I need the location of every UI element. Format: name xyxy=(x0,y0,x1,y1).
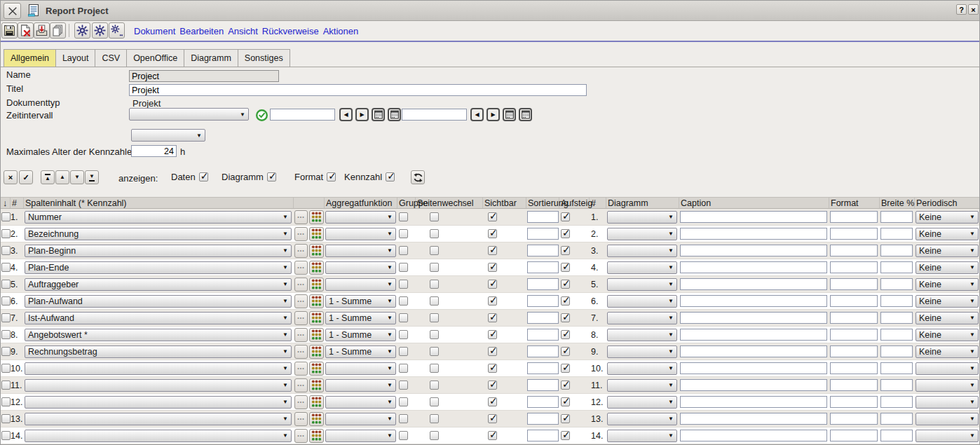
breite-input[interactable] xyxy=(880,211,913,223)
breite-input[interactable] xyxy=(880,295,913,307)
move-bottom-button[interactable]: ▼ xyxy=(85,170,99,184)
gruppe-checkbox[interactable] xyxy=(399,296,408,306)
kennzahl-edit-button[interactable]: ••• xyxy=(294,362,308,376)
seitenwechsel-checkbox[interactable] xyxy=(430,246,439,255)
bis-next-button[interactable]: ▶ xyxy=(486,108,500,121)
breite-input[interactable] xyxy=(880,245,913,256)
format-input[interactable] xyxy=(830,413,878,425)
color-grid-button[interactable] xyxy=(309,395,324,409)
seitenwechsel-checkbox[interactable] xyxy=(430,330,439,339)
format-input[interactable] xyxy=(830,362,878,374)
menu-item[interactable]: Rückverweise xyxy=(262,26,319,36)
tab[interactable]: Layout xyxy=(55,49,96,67)
spalteninhalt-select[interactable]: ▼ xyxy=(25,430,292,442)
kennzahl-edit-button[interactable]: ••• xyxy=(294,210,308,224)
panel-close-button[interactable] xyxy=(4,3,21,19)
aggregatfunktion-select[interactable]: ▼ xyxy=(325,379,396,392)
aufsteig-checkbox[interactable] xyxy=(561,381,570,390)
diagramm-select[interactable]: ▼ xyxy=(607,295,677,308)
spalteninhalt-select[interactable]: Nummer ▼ xyxy=(25,211,292,224)
breite-input[interactable] xyxy=(880,329,913,341)
gruppe-checkbox[interactable] xyxy=(399,263,408,272)
deselect-all-button[interactable]: × xyxy=(4,170,18,184)
format-input[interactable] xyxy=(830,345,878,357)
aufsteig-checkbox[interactable] xyxy=(561,212,570,221)
caption-input[interactable] xyxy=(680,228,827,240)
spalteninhalt-select[interactable]: Rechnungsbetrag ▼ xyxy=(25,345,292,358)
seitenwechsel-checkbox[interactable] xyxy=(430,347,439,356)
periodisch-select[interactable]: Keine ▼ xyxy=(916,228,979,240)
row-select-checkbox[interactable] xyxy=(1,229,11,238)
aufsteig-checkbox[interactable] xyxy=(561,229,570,238)
diagramm-select[interactable]: ▼ xyxy=(607,396,677,409)
zeitintervall-select[interactable]: ▼ xyxy=(129,108,249,121)
gruppe-checkbox[interactable] xyxy=(399,246,408,255)
color-grid-button[interactable] xyxy=(309,227,324,241)
sichtbar-checkbox[interactable] xyxy=(488,246,497,255)
caption-input[interactable] xyxy=(680,211,827,223)
periodisch-select[interactable]: Keine ▼ xyxy=(916,295,979,308)
bis-prev-button[interactable]: ◀ xyxy=(470,108,484,121)
spalteninhalt-select[interactable]: Auftraggeber ▼ xyxy=(25,278,292,291)
format-input[interactable] xyxy=(830,329,878,341)
bis-date-input[interactable] xyxy=(402,109,467,121)
aggregatfunktion-select[interactable]: ▼ xyxy=(325,396,396,409)
kennzahl-edit-button[interactable]: ••• xyxy=(294,311,308,325)
tab[interactable]: OpenOffice xyxy=(126,49,184,67)
breite-input[interactable] xyxy=(880,345,913,357)
color-grid-button[interactable] xyxy=(309,278,324,292)
spalteninhalt-select[interactable]: ▼ xyxy=(25,379,292,392)
kennzahl-edit-button[interactable]: ••• xyxy=(294,328,308,342)
kennzahl-edit-button[interactable]: ••• xyxy=(294,395,308,409)
sichtbar-checkbox[interactable] xyxy=(488,280,497,289)
copy-button[interactable] xyxy=(50,22,66,39)
kennzahl-edit-button[interactable]: ••• xyxy=(294,378,308,392)
spalteninhalt-select[interactable]: ▼ xyxy=(25,362,292,375)
seitenwechsel-checkbox[interactable] xyxy=(430,229,439,238)
breite-input[interactable] xyxy=(880,430,913,441)
color-grid-button[interactable] xyxy=(309,294,324,308)
row-select-checkbox[interactable] xyxy=(1,263,11,272)
toggle-checkbox[interactable] xyxy=(267,172,276,182)
spalteninhalt-select[interactable]: Plan-Aufwand ▼ xyxy=(25,295,292,308)
spalteninhalt-select[interactable]: Bezeichnung ▼ xyxy=(25,228,292,240)
aufsteig-checkbox[interactable] xyxy=(561,431,570,440)
row-select-checkbox[interactable] xyxy=(1,212,11,221)
von-date-input[interactable] xyxy=(270,109,335,121)
caption-input[interactable] xyxy=(680,245,827,256)
diagramm-select[interactable]: ▼ xyxy=(607,312,677,324)
row-select-checkbox[interactable] xyxy=(1,364,11,373)
diagramm-select[interactable]: ▼ xyxy=(607,245,677,257)
aggregatfunktion-select[interactable]: ▼ xyxy=(325,430,396,442)
row-select-checkbox[interactable] xyxy=(1,397,11,406)
sichtbar-checkbox[interactable] xyxy=(488,431,497,440)
diagramm-select[interactable]: ▼ xyxy=(607,345,677,358)
breite-input[interactable] xyxy=(880,379,913,391)
format-input[interactable] xyxy=(830,295,878,307)
aggregatfunktion-select[interactable]: 1 - Summe ▼ xyxy=(325,295,396,308)
aufsteig-checkbox[interactable] xyxy=(561,330,570,339)
diagramm-select[interactable]: ▼ xyxy=(607,211,677,224)
aggregatfunktion-select[interactable]: ▼ xyxy=(325,245,396,257)
titel-input[interactable] xyxy=(129,84,587,96)
periodisch-select[interactable]: Keine ▼ xyxy=(916,312,979,324)
diagramm-select[interactable]: ▼ xyxy=(607,379,677,392)
spalteninhalt-select[interactable]: ▼ xyxy=(25,396,292,409)
sichtbar-checkbox[interactable] xyxy=(488,330,497,339)
aggregatfunktion-select[interactable]: ▼ xyxy=(325,413,396,425)
row-select-checkbox[interactable] xyxy=(1,381,11,390)
diagramm-select[interactable]: ▼ xyxy=(607,430,677,442)
row-select-checkbox[interactable] xyxy=(1,414,11,423)
sichtbar-checkbox[interactable] xyxy=(488,296,497,306)
periodisch-select[interactable]: ▼ xyxy=(916,379,979,392)
diagramm-select[interactable]: ▼ xyxy=(607,228,677,240)
aggregatfunktion-select[interactable]: 1 - Summe ▼ xyxy=(325,329,396,341)
sortierung-input[interactable] xyxy=(527,345,559,357)
help-button[interactable]: ? xyxy=(956,4,967,15)
aggregatfunktion-select[interactable]: ▼ xyxy=(325,261,396,274)
select-all-button[interactable]: ✓ xyxy=(19,170,33,184)
caption-input[interactable] xyxy=(680,261,827,273)
sortierung-input[interactable] xyxy=(527,430,559,441)
row-select-checkbox[interactable] xyxy=(1,330,11,339)
sortierung-input[interactable] xyxy=(527,396,559,408)
